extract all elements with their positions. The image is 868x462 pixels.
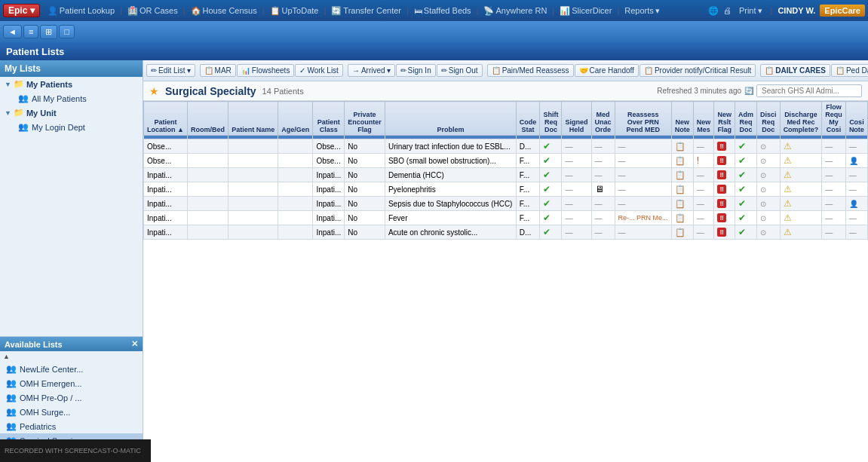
nav-transfer-center[interactable]: 🔄 Transfer Center: [328, 6, 404, 16]
col-code[interactable]: CodeStat: [516, 102, 540, 136]
col-flow[interactable]: FlowRequMyCosi: [822, 102, 846, 136]
col-new-rslt[interactable]: NewRsltFlag: [714, 102, 735, 136]
scroll-up[interactable]: ▲: [3, 353, 10, 360]
col-shift-req[interactable]: ShiftReqDoc: [540, 102, 562, 136]
my-unit-group[interactable]: ▼ 📁 My Unit: [0, 106, 143, 120]
table-row[interactable]: Inpati... Inpati... No Pyelonephritis F.…: [144, 182, 868, 197]
available-lists-header[interactable]: Available Lists ✕: [0, 337, 143, 351]
check-icon: ✔: [543, 198, 551, 209]
table-row[interactable]: Inpati... Inpati... No Sepsis due to Sta…: [144, 197, 868, 211]
sidebar-item-omh-surge[interactable]: 👥 OMH Surge...: [0, 405, 143, 419]
col-med-unac[interactable]: MedUnacOrde: [591, 102, 615, 136]
sidebar-item-newlife[interactable]: 👥 NewLife Center...: [0, 362, 143, 376]
cell-signed: —: [562, 168, 591, 182]
nav-print[interactable]: Print ▾: [736, 6, 765, 16]
work-list-button[interactable]: ✓ Work List: [295, 64, 343, 77]
cell-code: F...: [516, 154, 540, 168]
cell-location: Inpati...: [144, 197, 188, 211]
col-problem[interactable]: Problem: [385, 102, 516, 136]
cell-new-rslt: ‼: [714, 211, 735, 225]
table-row[interactable]: Inpati... Inpati... No Dementia (HCC) F.…: [144, 168, 868, 182]
sidebar-item-omh-preop[interactable]: 👥 OMH Pre-Op / ...: [0, 390, 143, 405]
cell-problem: Pyelonephritis: [385, 182, 516, 197]
note-icon: 📋: [675, 228, 686, 237]
user-icon: 👤: [849, 157, 858, 165]
col-name[interactable]: Patient Name: [229, 102, 278, 136]
folder-icon: 📁: [14, 79, 24, 89]
epic-menu-button[interactable]: Epic ▾: [3, 4, 40, 17]
table-row[interactable]: Inpati... Inpati... No Acute on chronic …: [144, 225, 868, 240]
col-adm-req[interactable]: AdmReqDoc: [735, 102, 756, 136]
cell-class: Inpati...: [313, 225, 345, 240]
signin-icon: ✏: [400, 66, 406, 75]
flowsheets-icon: 📊: [241, 66, 250, 75]
care-handoff-button[interactable]: 🤝 Care Handoff: [575, 64, 639, 77]
cell-disci: ⊙: [757, 168, 781, 182]
nav-house-census[interactable]: 🏠 House Census: [188, 6, 260, 16]
window-button[interactable]: □: [59, 25, 75, 38]
col-new-note[interactable]: NewNote: [671, 102, 693, 136]
list-icon-2: 👥: [6, 378, 17, 388]
pain-med-reassess-button[interactable]: 📋 Pain/Med Reassess: [487, 64, 574, 77]
cell-med: —: [591, 225, 615, 240]
cell-class: Inpati...: [313, 197, 345, 211]
nav-reports[interactable]: Reports ▾: [621, 6, 663, 16]
patient-table: PatientLocation ▲ Room/Bed Patient Name …: [143, 101, 868, 240]
col-private[interactable]: PrivateEncounterFlag: [345, 102, 385, 136]
my-patients-group[interactable]: ▼ 📁 My Patients: [0, 77, 143, 91]
col-room[interactable]: Room/Bed: [188, 102, 229, 136]
col-age[interactable]: Age/Gen: [278, 102, 313, 136]
cell-patient-name: [229, 225, 278, 240]
col-signed[interactable]: SignedHeld: [562, 102, 591, 136]
table-row[interactable]: Obse... Obse... No SBO (small bowel obst…: [144, 154, 868, 168]
col-reassess[interactable]: ReassessOver PRNPend MED: [615, 102, 671, 136]
cell-new-note: 📋: [671, 211, 693, 225]
arrived-button[interactable]: → Arrived ▾: [348, 64, 395, 77]
provider-notify-button[interactable]: 📋 Provider notify/Critical Result: [639, 64, 756, 77]
table-row[interactable]: Obse... Obse... No Urinary tract infecti…: [144, 139, 868, 154]
refresh-icon[interactable]: 🔄: [744, 87, 753, 95]
sidebar-item-my-login-dept[interactable]: 👥 My Login Dept: [0, 120, 143, 134]
back-button[interactable]: ◄: [3, 25, 22, 38]
nav-or-cases[interactable]: 🏥 OR Cases: [124, 6, 181, 16]
my-lists-header[interactable]: My Lists: [0, 60, 143, 77]
table-row[interactable]: Inpati... Inpati... No Fever F... ✔ — — …: [144, 211, 868, 225]
grid-view-button[interactable]: ⊞: [40, 25, 57, 39]
nav-patient-lookup[interactable]: 👤 Patient Lookup: [44, 6, 118, 16]
epic-care-button[interactable]: EpicCare: [820, 5, 865, 17]
col-disci-req[interactable]: DisciReqDoc: [757, 102, 781, 136]
nav-uptodate[interactable]: 📋 UpToDate: [267, 6, 322, 16]
edit-list-button[interactable]: ✏ Edit List ▾: [146, 64, 195, 77]
table-container: PatientLocation ▲ Room/Bed Patient Name …: [143, 101, 868, 462]
sidebar-item-pediatrics[interactable]: 👥 Pediatrics: [0, 419, 143, 433]
col-location[interactable]: PatientLocation ▲: [144, 102, 188, 136]
nav-anywhere-rn[interactable]: 📡 Anywhere RN: [480, 6, 550, 16]
cell-class: Obse...: [313, 139, 345, 154]
nav-slicerdicer[interactable]: 📊 SlicerDicer: [557, 6, 615, 16]
sidebar-item-all-my-patients[interactable]: 👥 All My Patients: [0, 91, 143, 106]
cell-location: Obse...: [144, 139, 188, 154]
flowsheets-button[interactable]: 📊 Flowsheets: [237, 64, 295, 77]
col-class[interactable]: PatientClass: [313, 102, 345, 136]
col-discharge[interactable]: DischargeMed RecComplete?: [780, 102, 822, 136]
cell-new-mes: —: [693, 197, 714, 211]
cell-room: [188, 211, 229, 225]
cell-code: F...: [516, 211, 540, 225]
cell-cosi: —: [845, 182, 867, 197]
col-cosi-note[interactable]: CosiNote: [845, 102, 867, 136]
nav-staffed-beds[interactable]: 🛏 Staffed Beds: [411, 6, 474, 15]
mar-button[interactable]: 📋 MAR: [200, 64, 236, 77]
sign-in-button[interactable]: ✏ Sign In: [396, 64, 436, 77]
ped-daily-care-button[interactable]: 📋 Ped Daily Care: [831, 64, 868, 77]
list-view-button[interactable]: ≡: [23, 25, 38, 38]
cell-flow: —: [822, 139, 846, 154]
sign-out-button[interactable]: ✏ Sign Out: [437, 64, 483, 77]
cell-flow: —: [822, 211, 846, 225]
cell-code: F...: [516, 168, 540, 182]
alert-icon: ‼: [717, 156, 725, 165]
search-input[interactable]: [756, 84, 862, 97]
col-new-mes[interactable]: NewMes: [693, 102, 714, 136]
daily-cares-button[interactable]: 📋 DAILY CARES: [760, 64, 830, 77]
cell-discharge: ⚠: [780, 225, 822, 240]
sidebar-item-omh-emerg[interactable]: 👥 OMH Emergen...: [0, 376, 143, 390]
